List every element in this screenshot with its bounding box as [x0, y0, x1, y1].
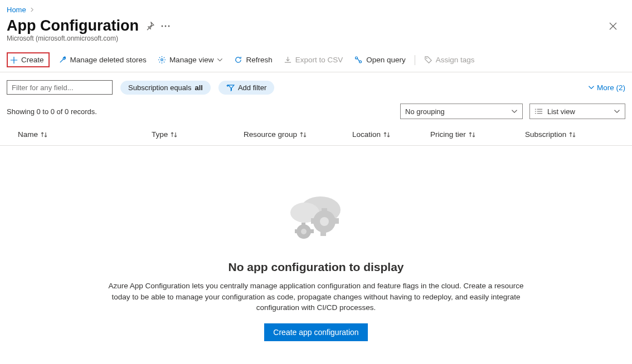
records-count: Showing 0 to 0 of 0 records.	[7, 107, 97, 116]
chevron-down-icon	[511, 108, 518, 115]
toolbar-separator	[415, 55, 415, 65]
more-filters-label: More (2)	[597, 83, 625, 92]
create-app-configuration-button[interactable]: Create app configuration	[264, 323, 367, 341]
refresh-icon	[234, 56, 242, 64]
create-label: Create	[21, 56, 44, 64]
svg-rect-19	[295, 229, 298, 233]
sort-icon	[40, 131, 48, 138]
add-filter-label: Add filter	[238, 83, 266, 92]
svg-point-3	[161, 59, 163, 61]
sort-icon	[170, 131, 178, 138]
svg-rect-18	[310, 229, 314, 233]
refresh-label: Refresh	[246, 56, 272, 64]
svg-point-5	[359, 61, 362, 63]
svg-point-0	[162, 25, 163, 27]
column-type[interactable]: Type	[152, 130, 244, 139]
column-resource-group[interactable]: Resource group	[244, 130, 352, 139]
table-header: Name Type Resource group Location Pricin…	[0, 124, 632, 146]
chevron-right-icon	[30, 7, 35, 12]
query-icon	[354, 56, 363, 64]
filter-input[interactable]	[7, 80, 113, 95]
manage-deleted-button[interactable]: Manage deleted stores	[56, 54, 149, 66]
grouping-selected: No grouping	[405, 107, 445, 116]
subscription-filter-prefix: Subscription equals	[128, 83, 191, 92]
svg-rect-17	[302, 223, 305, 226]
svg-rect-14	[320, 232, 326, 236]
open-query-label: Open query	[366, 56, 406, 64]
column-pricing-tier[interactable]: Pricing tier	[430, 130, 525, 139]
plus-icon	[10, 56, 18, 64]
svg-rect-13	[311, 218, 315, 224]
svg-point-1	[165, 25, 167, 27]
svg-point-2	[168, 25, 170, 27]
svg-rect-12	[334, 218, 339, 224]
manage-view-label: Manage view	[169, 56, 214, 64]
wrench-icon	[59, 56, 67, 64]
view-mode-dropdown[interactable]: List view	[529, 104, 625, 119]
manage-deleted-label: Manage deleted stores	[70, 56, 147, 64]
sort-icon	[383, 131, 391, 138]
more-filters-link[interactable]: More (2)	[588, 83, 625, 92]
manage-view-button[interactable]: Manage view	[155, 54, 226, 66]
page-header: App Configuration	[0, 16, 632, 35]
breadcrumb-home[interactable]: Home	[7, 6, 26, 14]
add-filter-pill[interactable]: Add filter	[218, 81, 274, 95]
page-title: App Configuration	[7, 17, 139, 35]
more-actions-icon[interactable]	[161, 25, 170, 27]
breadcrumb: Home	[0, 0, 632, 16]
assign-tags-button: Assign tags	[422, 54, 477, 66]
svg-rect-11	[322, 208, 327, 213]
sort-icon	[299, 131, 307, 138]
open-query-button[interactable]: Open query	[352, 54, 408, 66]
sort-icon	[568, 131, 576, 138]
filter-bar: Subscription equals all Add filter More …	[0, 72, 632, 98]
svg-point-10	[320, 217, 329, 226]
empty-state: No app configuration to display Azure Ap…	[0, 146, 632, 352]
chevron-down-icon	[614, 108, 620, 115]
download-icon	[284, 56, 292, 64]
svg-point-16	[301, 229, 307, 234]
grouping-dropdown[interactable]: No grouping	[400, 104, 523, 119]
column-location[interactable]: Location	[352, 130, 430, 139]
chevron-down-icon	[217, 57, 223, 63]
assign-tags-label: Assign tags	[436, 56, 475, 64]
view-mode-selected: List view	[547, 107, 575, 116]
refresh-button[interactable]: Refresh	[232, 54, 274, 66]
empty-description: Azure App Configuration lets you central…	[101, 281, 531, 313]
subscription-filter-value: all	[195, 83, 202, 92]
toolbar: Create Manage deleted stores Manage view…	[0, 48, 632, 72]
export-csv-button: Export to CSV	[281, 54, 346, 66]
sort-icon	[468, 131, 476, 138]
subscription-filter-pill[interactable]: Subscription equals all	[120, 81, 211, 95]
export-csv-label: Export to CSV	[295, 56, 343, 64]
tag-icon	[424, 56, 432, 64]
list-icon	[534, 108, 543, 115]
empty-title: No app configuration to display	[11, 260, 621, 274]
pin-icon[interactable]	[145, 22, 154, 31]
empty-illustration	[271, 185, 361, 252]
svg-point-4	[356, 57, 358, 59]
gear-icon	[158, 56, 166, 64]
page-subtitle: Microsoft (microsoft.onmicrosoft.com)	[0, 35, 632, 48]
chevron-down-icon	[588, 84, 595, 91]
close-button[interactable]	[609, 22, 618, 31]
column-subscription[interactable]: Subscription	[525, 130, 625, 139]
status-row: Showing 0 to 0 of 0 records. No grouping…	[0, 98, 632, 124]
create-button[interactable]: Create	[7, 52, 50, 67]
svg-point-6	[426, 58, 427, 59]
filter-add-icon	[226, 84, 235, 91]
column-name[interactable]: Name	[18, 130, 152, 139]
